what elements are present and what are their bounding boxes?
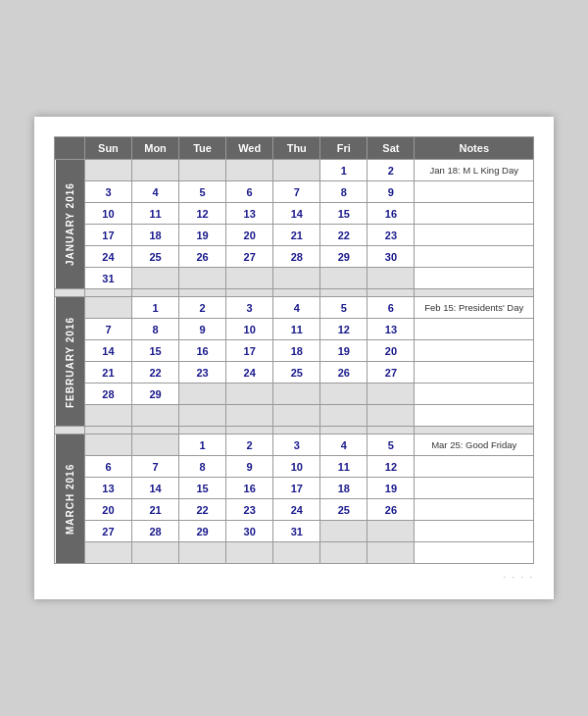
day-cell-mon: 8: [131, 319, 178, 340]
day-cell-sun: 13: [84, 478, 131, 499]
table-row: FEBRUARY 2016123456Feb 15: Presidents' D…: [55, 297, 534, 319]
day-cell-fri: 19: [320, 340, 368, 362]
day-cell-sat: [368, 384, 415, 405]
day-cell-thu: 4: [273, 297, 320, 319]
separator-cell: [320, 427, 368, 435]
table-row: 2728293031: [55, 521, 534, 542]
day-cell-fri: 15: [320, 203, 368, 225]
calendar-table: Sun Mon Tue Wed Thu Fri Sat Notes JANUAR…: [54, 136, 534, 564]
day-cell-wed: [226, 384, 273, 405]
day-cell-tue: 1: [179, 435, 226, 456]
day-cell-sun: 24: [84, 246, 131, 268]
day-cell-sat: [368, 542, 415, 564]
day-cell-fri: 26: [320, 362, 368, 384]
day-cell-fri: 22: [320, 225, 368, 246]
day-cell-mon: 21: [131, 499, 178, 521]
day-cell-sun: 17: [84, 225, 131, 246]
day-cell-fri: [320, 268, 368, 289]
day-cell-wed: [226, 160, 273, 181]
day-cell-mon: 7: [131, 456, 178, 478]
day-cell-fri: 8: [320, 181, 368, 203]
day-cell-wed: 23: [226, 499, 273, 521]
day-cell-sun: 6: [84, 456, 131, 478]
day-cell-mon: 22: [131, 362, 178, 384]
day-cell-mon: 29: [131, 384, 178, 405]
day-cell-wed: 16: [226, 478, 273, 499]
day-cell-sun: 21: [84, 362, 131, 384]
header-tue: Tue: [179, 137, 226, 160]
day-cell-sun: 31: [84, 268, 131, 289]
table-row: [55, 405, 534, 427]
table-row: 6789101112: [55, 456, 534, 478]
separator-cell: [131, 289, 178, 297]
day-cell-thu: [273, 160, 320, 181]
day-cell-sat: 30: [368, 246, 415, 268]
day-cell-thu: [273, 405, 320, 427]
day-cell-sat: 20: [368, 340, 415, 362]
day-cell-wed: 10: [226, 319, 273, 340]
notes-cell: [415, 181, 534, 203]
table-row: 13141516171819: [55, 478, 534, 499]
separator-cell: [84, 289, 131, 297]
table-row: JANUARY 201612Jan 18: M L King Day: [55, 160, 534, 181]
day-cell-wed: 24: [226, 362, 273, 384]
table-row: 78910111213: [55, 319, 534, 340]
day-cell-mon: [131, 405, 178, 427]
day-cell-tue: 26: [179, 246, 226, 268]
footer-dots: . . . .: [54, 570, 534, 580]
day-cell-tue: 22: [179, 499, 226, 521]
day-cell-sun: [84, 435, 131, 456]
notes-cell: [415, 499, 534, 521]
day-cell-tue: [179, 384, 226, 405]
header-notes: Notes: [415, 137, 534, 160]
day-cell-wed: 27: [226, 246, 273, 268]
day-cell-wed: 17: [226, 340, 273, 362]
header-fri: Fri: [320, 137, 368, 160]
day-cell-thu: 10: [273, 456, 320, 478]
day-cell-sun: 27: [84, 521, 131, 542]
notes-cell: [415, 319, 534, 340]
day-cell-wed: 2: [226, 435, 273, 456]
day-cell-tue: 8: [179, 456, 226, 478]
separator-cell: [84, 427, 131, 435]
separator-cell: [55, 289, 85, 297]
day-cell-sat: 19: [368, 478, 415, 499]
day-cell-sun: 3: [84, 181, 131, 203]
month-separator: [55, 289, 534, 297]
notes-cell: Feb 15: Presidents' Day: [415, 297, 534, 319]
table-row: 21222324252627: [55, 362, 534, 384]
day-cell-sun: 14: [84, 340, 131, 362]
table-row: 10111213141516: [55, 203, 534, 225]
day-cell-fri: 4: [320, 435, 368, 456]
day-cell-sat: 27: [368, 362, 415, 384]
separator-cell: [179, 289, 226, 297]
notes-cell: Mar 25: Good Friday: [415, 435, 534, 456]
day-cell-mon: 4: [131, 181, 178, 203]
table-row: 24252627282930: [55, 246, 534, 268]
day-cell-tue: 19: [179, 225, 226, 246]
day-cell-tue: 16: [179, 340, 226, 362]
day-cell-fri: 29: [320, 246, 368, 268]
day-cell-sun: [84, 405, 131, 427]
day-cell-sat: 2: [368, 160, 415, 181]
day-cell-wed: [226, 268, 273, 289]
day-cell-thu: 18: [273, 340, 320, 362]
separator-cell: [226, 289, 273, 297]
day-cell-fri: 18: [320, 478, 368, 499]
separator-cell: [415, 427, 534, 435]
day-cell-mon: 1: [131, 297, 178, 319]
header-sun: Sun: [84, 137, 131, 160]
day-cell-sat: [368, 405, 415, 427]
day-cell-mon: 18: [131, 225, 178, 246]
day-cell-mon: 25: [131, 246, 178, 268]
header-thu: Thu: [273, 137, 320, 160]
day-cell-fri: [320, 542, 368, 564]
day-cell-tue: [179, 405, 226, 427]
month-label-0: JANUARY 2016: [55, 160, 85, 289]
day-cell-tue: 9: [179, 319, 226, 340]
day-cell-sun: 20: [84, 499, 131, 521]
day-cell-mon: 28: [131, 521, 178, 542]
header-mon: Mon: [131, 137, 178, 160]
notes-cell: [415, 405, 534, 427]
notes-cell: [415, 340, 534, 362]
